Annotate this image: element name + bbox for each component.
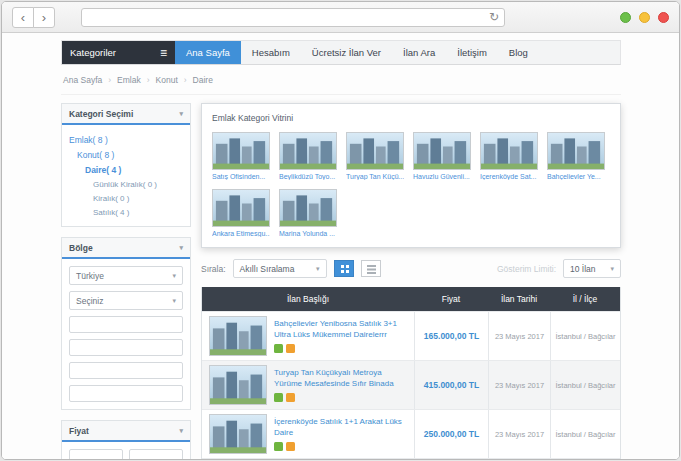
region-panel: Bölge ▾ Türkiye ▾ Seçiniz ▾ — [61, 237, 191, 410]
url-input[interactable] — [88, 9, 478, 26]
category-link-emlak[interactable]: Emlak( 8 ) — [69, 132, 183, 147]
page-content: Kategoriler ≡ Ana Sayfa Hesabım Ücretsiz… — [2, 33, 679, 460]
limit-select[interactable]: 10 İlan ▾ — [563, 259, 621, 278]
showcase-caption[interactable]: Satış Ofisinden... — [212, 173, 270, 180]
listing-price: 165.000,00 TL — [424, 331, 479, 341]
listing-badges — [274, 393, 407, 402]
table-row: İçerenköyde Satılık 1+1 Arakat Lüks Dair… — [202, 409, 620, 458]
listing-info: Bahçelievler Yenibosna Satılık 3+1 Ultra… — [274, 319, 407, 353]
showcase-caption[interactable]: Bahçelievler Ye... — [547, 173, 605, 180]
listing-title[interactable]: Turyap Tan Küçükyalı Metroya Yürüme Mesa… — [274, 368, 407, 389]
forward-button[interactable]: › — [33, 7, 55, 28]
listing-location: İstanbul / Bağcılar — [555, 381, 615, 390]
chevron-down-icon: ▾ — [179, 244, 183, 252]
listing-photo — [346, 132, 404, 170]
showcase-caption[interactable]: Beylikdüzü Toyo... — [279, 173, 337, 180]
photo-badge-icon — [274, 442, 283, 451]
content-layout: Kategori Seçimi ▾ Emlak( 8 ) Konut( 8 ) … — [61, 103, 621, 460]
window-control-yellow[interactable] — [639, 12, 650, 23]
city-select-value: Seçiniz — [76, 296, 103, 306]
listing-link[interactable]: İçerenköyde Satılık 1+1 Arakat Lüks Dair… — [202, 410, 414, 458]
showcase-item[interactable]: Bahçelievler Ye... — [547, 132, 605, 180]
showcase-item[interactable]: Beylikdüzü Toyo... — [279, 132, 337, 180]
breadcrumb-emlak[interactable]: Emlak — [117, 75, 141, 85]
window-control-green[interactable] — [620, 12, 631, 23]
header-date: İlan Tarihi — [488, 294, 550, 304]
showcase-caption[interactable]: Turyap Tan Küçü... — [346, 173, 404, 180]
tab-blog[interactable]: Blog — [498, 41, 539, 64]
listing-link[interactable]: Bahçelievler Yenibosna Satılık 3+1 Ultra… — [202, 312, 414, 360]
price-panel-header[interactable]: Fiyat ▾ — [62, 421, 190, 442]
showcase-caption[interactable]: Marina Yolunda ... — [279, 230, 337, 237]
breadcrumb-daire[interactable]: Daire — [193, 75, 213, 85]
tab-ana-sayfa[interactable]: Ana Sayfa — [175, 41, 241, 64]
grid-view-icon — [341, 265, 344, 268]
listing-location: İstanbul / Bağcılar — [555, 430, 615, 439]
listing-date-cell: 23 Mayıs 2017 — [488, 312, 550, 360]
listing-date-cell: 23 Mayıs 2017 — [488, 361, 550, 409]
category-link-satilik[interactable]: Satılık( 4 ) — [69, 205, 183, 219]
tab-hesabim[interactable]: Hesabım — [241, 41, 301, 64]
showcase-item[interactable]: İçerenköyde Sat... — [480, 132, 538, 180]
country-select[interactable]: Türkiye ▾ — [69, 266, 183, 285]
refresh-icon[interactable]: ↻ — [489, 10, 499, 24]
region-panel-header[interactable]: Bölge ▾ — [62, 238, 190, 259]
showcase-caption[interactable]: İçerenköyde Sat... — [480, 173, 538, 180]
showcase-caption[interactable]: Ankara Etimesgu... — [212, 230, 270, 237]
breadcrumb-konut[interactable]: Konut — [156, 75, 178, 85]
breadcrumb: Ana Sayfa › Emlak › Konut › Daire — [61, 65, 621, 95]
price-min-input[interactable] — [69, 449, 123, 460]
listing-photo — [209, 414, 267, 454]
category-link-kiralik[interactable]: Kiralık( 0 ) — [69, 191, 183, 205]
back-button[interactable]: ‹ — [12, 7, 34, 28]
listing-badges — [274, 442, 407, 451]
address-bar[interactable]: ↻ — [81, 8, 505, 27]
region-input-3[interactable] — [69, 362, 183, 379]
listing-link[interactable]: Beylikdüzü Toyo'da Seçenek Bitmez Altern… — [202, 459, 414, 460]
tab-iletisim[interactable]: İletişim — [446, 41, 498, 64]
listing-price-cell: 415.000,00 TL — [414, 361, 488, 409]
category-link-gunluk-kiralik[interactable]: Günlük Kiralık( 0 ) — [69, 177, 183, 191]
hamburger-icon: ≡ — [160, 46, 167, 60]
listing-location-cell: İstanbul / Bağcılar — [550, 361, 620, 409]
showcase-grid: Satış Ofisinden... Beylikdüzü Toyo... Tu… — [212, 132, 610, 237]
showcase-item[interactable]: Turyap Tan Küçü... — [346, 132, 404, 180]
tab-ucretsiz-ilan-ver[interactable]: Ücretsiz İlan Ver — [301, 41, 392, 64]
showcase-item[interactable]: Satış Ofisinden... — [212, 132, 270, 180]
limit-select-value: 10 İlan — [570, 264, 596, 274]
price-panel-title: Fiyat — [69, 426, 89, 436]
category-panel-header[interactable]: Kategori Seçimi ▾ — [62, 104, 190, 125]
region-input-1[interactable] — [69, 316, 183, 333]
listing-photo — [212, 189, 270, 227]
listing-photo — [212, 132, 270, 170]
chevron-down-icon: ▾ — [172, 297, 176, 305]
list-view-button[interactable] — [361, 260, 381, 277]
listing-date: 23 Mayıs 2017 — [495, 430, 544, 439]
showcase-caption[interactable]: Havuzlu Güvenli... — [413, 173, 471, 180]
category-link-daire[interactable]: Daire( 4 ) — [69, 162, 183, 177]
limit-label: Gösterim Limiti: — [497, 264, 556, 274]
price-max-input[interactable] — [129, 449, 183, 460]
city-select[interactable]: Seçiniz ▾ — [69, 291, 183, 310]
categories-menu-button[interactable]: Kategoriler ≡ — [62, 41, 175, 64]
listing-title[interactable]: İçerenköyde Satılık 1+1 Arakat Lüks Dair… — [274, 417, 407, 438]
listing-title[interactable]: Bahçelievler Yenibosna Satılık 3+1 Ultra… — [274, 319, 407, 340]
listing-photo — [279, 132, 337, 170]
category-panel: Kategori Seçimi ▾ Emlak( 8 ) Konut( 8 ) … — [61, 103, 191, 227]
showcase-item[interactable]: Marina Yolunda ... — [279, 189, 337, 237]
listing-link[interactable]: Turyap Tan Küçükyalı Metroya Yürüme Mesa… — [202, 361, 414, 409]
showcase-item[interactable]: Havuzlu Güvenli... — [413, 132, 471, 180]
tab-ilan-ara[interactable]: İlan Ara — [392, 41, 446, 64]
grid-view-button[interactable] — [334, 260, 354, 277]
window-control-red[interactable] — [658, 12, 669, 23]
window-controls — [620, 12, 669, 23]
region-input-2[interactable] — [69, 339, 183, 356]
category-panel-title: Kategori Seçimi — [69, 109, 133, 119]
chevron-down-icon: ▾ — [172, 272, 176, 280]
listing-date-cell: 23 Mayıs 2017 — [488, 459, 550, 460]
category-link-konut[interactable]: Konut( 8 ) — [69, 147, 183, 162]
showcase-item[interactable]: Ankara Etimesgu... — [212, 189, 270, 237]
breadcrumb-ana-sayfa[interactable]: Ana Sayfa — [63, 75, 102, 85]
sort-select[interactable]: Akıllı Sıralama ▾ — [233, 259, 327, 278]
region-input-4[interactable] — [69, 385, 183, 402]
